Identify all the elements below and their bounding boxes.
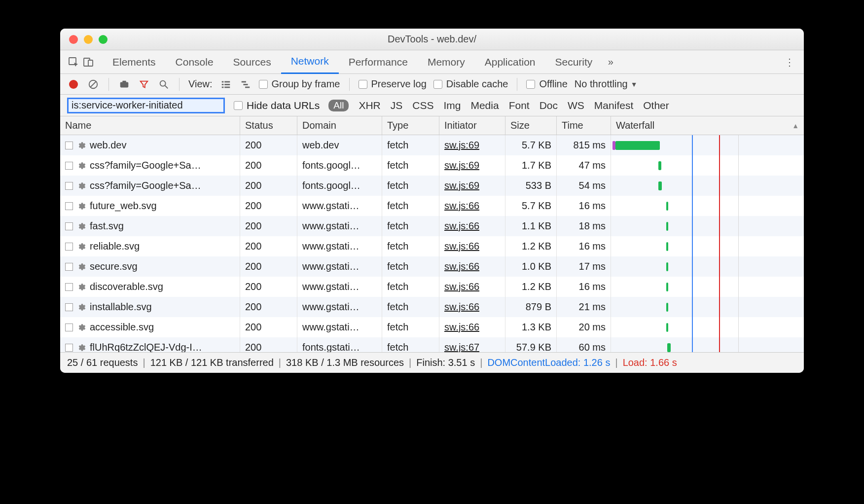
preserve-log-checkbox[interactable]: Preserve log <box>359 78 427 90</box>
request-size: 879 B <box>505 297 557 317</box>
minimize-window-button[interactable] <box>84 35 93 44</box>
search-icon[interactable] <box>157 78 170 91</box>
row-checkbox[interactable] <box>65 344 73 352</box>
more-tabs-icon[interactable]: » <box>602 56 619 68</box>
request-type: fetch <box>382 176 439 196</box>
col-name[interactable]: Name <box>60 116 240 135</box>
request-initiator[interactable]: sw.js:69 <box>444 180 479 191</box>
tab-security[interactable]: Security <box>545 50 602 74</box>
table-row[interactable]: discoverable.svg200www.gstati…fetchsw.js… <box>60 277 804 297</box>
col-time[interactable]: Time <box>557 116 611 135</box>
col-size[interactable]: Size <box>505 116 557 135</box>
request-domain: fonts.gstati… <box>297 337 382 352</box>
filter-input[interactable] <box>67 98 225 113</box>
row-checkbox[interactable] <box>65 202 73 210</box>
filter-doc[interactable]: Doc <box>540 100 558 111</box>
maximize-window-button[interactable] <box>99 35 108 44</box>
col-initiator[interactable]: Initiator <box>439 116 505 135</box>
clear-button[interactable] <box>87 78 100 91</box>
col-domain[interactable]: Domain <box>297 116 382 135</box>
gear-icon <box>77 323 86 332</box>
col-status[interactable]: Status <box>240 116 297 135</box>
request-size: 1.1 KB <box>505 216 557 236</box>
waterfall-overview-icon[interactable] <box>239 78 252 91</box>
table-row[interactable]: css?family=Google+Sa…200fonts.googl…fetc… <box>60 176 804 196</box>
filter-ws[interactable]: WS <box>568 100 584 111</box>
tab-memory[interactable]: Memory <box>418 50 475 74</box>
close-window-button[interactable] <box>69 35 78 44</box>
row-checkbox[interactable] <box>65 182 73 190</box>
record-button[interactable] <box>67 78 80 91</box>
table-row[interactable]: web.dev200web.devfetchsw.js:695.7 KB815 … <box>60 135 804 155</box>
group-by-frame-checkbox[interactable]: Group by frame <box>259 78 340 90</box>
request-domain: web.dev <box>297 135 382 155</box>
row-checkbox[interactable] <box>65 243 73 251</box>
request-initiator[interactable]: sw.js:69 <box>444 140 479 151</box>
large-rows-icon[interactable] <box>219 78 232 91</box>
request-domain: www.gstati… <box>297 236 382 256</box>
request-initiator[interactable]: sw.js:66 <box>444 220 479 232</box>
disable-cache-checkbox[interactable]: Disable cache <box>433 78 508 90</box>
request-type: fetch <box>382 256 439 277</box>
tab-application[interactable]: Application <box>475 50 545 74</box>
filter-media[interactable]: Media <box>470 100 499 111</box>
tab-sources[interactable]: Sources <box>223 50 281 74</box>
device-toolbar-icon[interactable] <box>81 55 96 70</box>
row-checkbox[interactable] <box>65 324 73 331</box>
request-initiator[interactable]: sw.js:66 <box>444 301 479 313</box>
table-row[interactable]: css?family=Google+Sa…200fonts.googl…fetc… <box>60 155 804 176</box>
table-row[interactable]: secure.svg200www.gstati…fetchsw.js:661.0… <box>60 256 804 277</box>
table-row[interactable]: accessible.svg200www.gstati…fetchsw.js:6… <box>60 317 804 337</box>
filter-js[interactable]: JS <box>391 100 403 111</box>
request-domain: www.gstati… <box>297 297 382 317</box>
filter-manifest[interactable]: Manifest <box>594 100 633 111</box>
request-status: 200 <box>240 135 297 155</box>
request-type: fetch <box>382 216 439 236</box>
inspect-element-icon[interactable] <box>66 55 81 70</box>
settings-menu-icon[interactable]: ⋮ <box>781 56 798 68</box>
filter-css[interactable]: CSS <box>412 100 433 111</box>
offline-checkbox[interactable]: Offline <box>526 78 567 90</box>
row-checkbox[interactable] <box>65 162 73 170</box>
request-name: fast.svg <box>90 220 124 232</box>
filter-img[interactable]: Img <box>443 100 461 111</box>
request-initiator[interactable]: sw.js:66 <box>444 200 479 212</box>
table-row[interactable]: reliable.svg200www.gstati…fetchsw.js:661… <box>60 236 804 256</box>
request-initiator[interactable]: sw.js:66 <box>444 281 479 292</box>
request-initiator[interactable]: sw.js:69 <box>444 160 479 171</box>
table-row[interactable]: installable.svg200www.gstati…fetchsw.js:… <box>60 297 804 317</box>
row-checkbox[interactable] <box>65 283 73 291</box>
request-initiator[interactable]: sw.js:66 <box>444 241 479 252</box>
tab-network[interactable]: Network <box>281 50 339 74</box>
request-initiator[interactable]: sw.js:66 <box>444 261 479 272</box>
col-type[interactable]: Type <box>382 116 439 135</box>
col-waterfall[interactable]: Waterfall▲ <box>611 116 804 135</box>
filter-xhr[interactable]: XHR <box>359 100 380 111</box>
filter-font[interactable]: Font <box>509 100 530 111</box>
request-initiator[interactable]: sw.js:67 <box>444 342 479 352</box>
filter-all[interactable]: All <box>328 100 349 111</box>
svg-rect-9 <box>221 81 223 82</box>
table-row[interactable]: flUhRq6tzZclQEJ-Vdg-I…200fonts.gstati…fe… <box>60 337 804 352</box>
throttling-dropdown[interactable]: No throttling▼ <box>575 78 638 90</box>
table-row[interactable]: future_web.svg200www.gstati…fetchsw.js:6… <box>60 196 804 216</box>
capture-screenshots-icon[interactable] <box>118 78 131 91</box>
gear-icon <box>77 181 86 190</box>
row-checkbox[interactable] <box>65 303 73 311</box>
gear-icon <box>77 303 86 312</box>
filter-toggle-icon[interactable] <box>138 78 150 91</box>
svg-rect-10 <box>224 81 230 82</box>
request-domain: www.gstati… <box>297 216 382 236</box>
row-checkbox[interactable] <box>65 222 73 230</box>
table-header: Name Status Domain Type Initiator Size T… <box>60 116 804 135</box>
tab-performance[interactable]: Performance <box>339 50 418 74</box>
row-checkbox[interactable] <box>65 142 73 149</box>
filter-other[interactable]: Other <box>643 100 669 111</box>
hide-data-urls-checkbox[interactable]: Hide data URLs <box>234 100 320 111</box>
tab-elements[interactable]: Elements <box>103 50 166 74</box>
row-checkbox[interactable] <box>65 263 73 271</box>
tab-console[interactable]: Console <box>166 50 223 74</box>
table-row[interactable]: fast.svg200www.gstati…fetchsw.js:661.1 K… <box>60 216 804 236</box>
request-initiator[interactable]: sw.js:66 <box>444 322 479 333</box>
request-domain: www.gstati… <box>297 256 382 277</box>
